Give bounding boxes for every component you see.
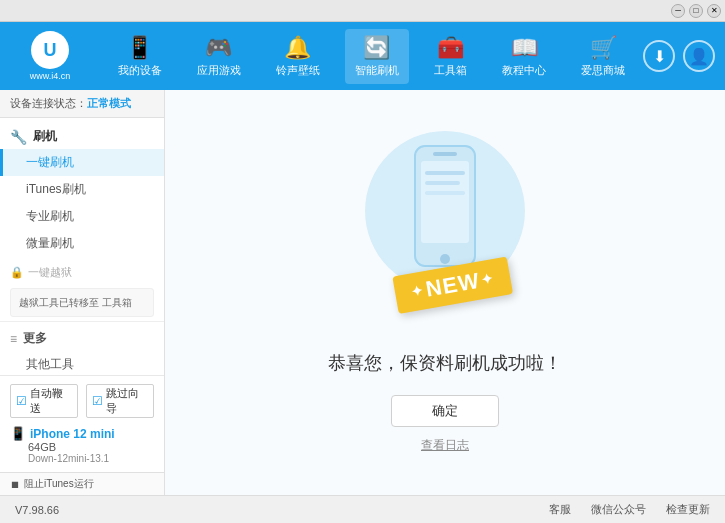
nav-label-ringtones: 铃声壁纸 bbox=[276, 63, 320, 78]
sidebar: 设备连接状态： 正常模式 🔧 刷机 一键刷机 iTunes刷机 专业刷机 微量刷… bbox=[0, 90, 165, 495]
nav-label-toolbox: 工具箱 bbox=[434, 63, 467, 78]
skip-wizard-label: 跳过向导 bbox=[106, 386, 148, 416]
nav-items: 📱 我的设备 🎮 应用游戏 🔔 铃声壁纸 🔄 智能刷机 🧰 工具箱 📖 bbox=[100, 29, 643, 84]
illustration: ✦ NEW ✦ bbox=[355, 131, 535, 331]
nav-label-app-games: 应用游戏 bbox=[197, 63, 241, 78]
status-value: 正常模式 bbox=[87, 96, 131, 111]
download-btn[interactable]: ⬇ bbox=[643, 40, 675, 72]
nav-label-smart-flash: 智能刷机 bbox=[355, 63, 399, 78]
flash-section-label: 刷机 bbox=[33, 128, 57, 145]
nav-icon-my-device: 📱 bbox=[126, 35, 153, 61]
more-section-label: 更多 bbox=[23, 330, 47, 347]
device-capacity: 64GB bbox=[10, 441, 154, 453]
logo-text: www.i4.cn bbox=[30, 71, 71, 81]
nav-item-smart-flash[interactable]: 🔄 智能刷机 bbox=[345, 29, 409, 84]
nav-icon-ringtones: 🔔 bbox=[284, 35, 311, 61]
device-name-text: iPhone 12 mini bbox=[30, 427, 115, 441]
minimize-btn[interactable]: ─ bbox=[671, 4, 685, 18]
device-name: 📱 iPhone 12 mini bbox=[10, 426, 154, 441]
logo-area: U www.i4.cn bbox=[10, 31, 90, 81]
nav-item-tutorial[interactable]: 📖 教程中心 bbox=[492, 29, 556, 84]
again-link[interactable]: 查看日志 bbox=[421, 437, 469, 454]
checkboxes-row: ☑ 自动鞭送 ☑ 跳过向导 bbox=[10, 384, 154, 418]
svg-rect-3 bbox=[433, 152, 457, 156]
nav-label-tutorial: 教程中心 bbox=[502, 63, 546, 78]
sidebar-item-one-key-flash[interactable]: 一键刷机 bbox=[0, 149, 164, 176]
footer-version: V7.98.66 bbox=[15, 504, 59, 516]
nav-item-app-games[interactable]: 🎮 应用游戏 bbox=[187, 29, 251, 84]
sparkle-left-icon: ✦ bbox=[410, 282, 426, 300]
phone-svg bbox=[405, 141, 485, 281]
footer: V7.98.66 客服 微信公众号 检查更新 bbox=[0, 495, 725, 523]
nav-item-toolbox[interactable]: 🧰 工具箱 bbox=[424, 29, 477, 84]
more-section-header: ≡ 更多 bbox=[0, 326, 164, 351]
title-bar: ─ □ ✕ bbox=[0, 0, 725, 22]
nav-item-ringtones[interactable]: 🔔 铃声壁纸 bbox=[266, 29, 330, 84]
jailbreak-label: 一键越狱 bbox=[28, 265, 72, 280]
sidebar-item-itunes-flash[interactable]: iTunes刷机 bbox=[0, 176, 164, 203]
svg-rect-6 bbox=[425, 191, 465, 195]
logo-icon: U bbox=[31, 31, 69, 69]
auto-send-checkbox[interactable]: ☑ 自动鞭送 bbox=[10, 384, 78, 418]
sidebar-nav: 🔧 刷机 一键刷机 iTunes刷机 专业刷机 微量刷机 🔒 一键越狱 越狱工具… bbox=[0, 118, 164, 375]
status-label: 设备连接状态： bbox=[10, 96, 87, 111]
jailbreak-notice-text: 越狱工具已转移至 工具箱 bbox=[19, 297, 132, 308]
more-icon: ≡ bbox=[10, 332, 17, 346]
footer-link-support[interactable]: 客服 bbox=[549, 502, 571, 517]
sidebar-item-pro-flash[interactable]: 专业刷机 bbox=[0, 203, 164, 230]
sidebar-bottom: ☑ 自动鞭送 ☑ 跳过向导 📱 iPhone 12 mini 64GB Down… bbox=[0, 375, 164, 472]
lock-icon: 🔒 bbox=[10, 266, 24, 279]
maximize-btn[interactable]: □ bbox=[689, 4, 703, 18]
stop-itunes-label: 阻止iTunes运行 bbox=[24, 477, 94, 491]
sidebar-divider bbox=[0, 321, 164, 322]
skip-wizard-check-icon: ☑ bbox=[92, 394, 103, 408]
content-area: 设备连接状态： 正常模式 🔧 刷机 一键刷机 iTunes刷机 专业刷机 微量刷… bbox=[0, 90, 725, 495]
footer-link-update[interactable]: 检查更新 bbox=[666, 502, 710, 517]
nav-icon-smart-flash: 🔄 bbox=[363, 35, 390, 61]
sidebar-item-other-tools[interactable]: 其他工具 bbox=[0, 351, 164, 375]
nav-icon-tutorial: 📖 bbox=[511, 35, 538, 61]
svg-rect-4 bbox=[425, 171, 465, 175]
svg-point-2 bbox=[440, 254, 450, 264]
grayed-jailbreak: 🔒 一键越狱 bbox=[0, 261, 164, 284]
nav-label-my-device: 我的设备 bbox=[118, 63, 162, 78]
main-content: ✦ NEW ✦ 恭喜您，保资料刷机成功啦！ 确定 查看日志 bbox=[165, 90, 725, 495]
stop-itunes-icon: ⏹ bbox=[10, 479, 20, 490]
nav-label-shop: 爱思商城 bbox=[581, 63, 625, 78]
auto-send-check-icon: ☑ bbox=[16, 394, 27, 408]
sidebar-item-save-data-flash[interactable]: 微量刷机 bbox=[0, 230, 164, 257]
device-model: Down-12mini-13.1 bbox=[10, 453, 154, 464]
flash-section-icon: 🔧 bbox=[10, 129, 27, 145]
phone-icon: 📱 bbox=[10, 426, 26, 441]
skip-wizard-checkbox[interactable]: ☑ 跳过向导 bbox=[86, 384, 154, 418]
sidebar-section-flash: 🔧 刷机 一键刷机 iTunes刷机 专业刷机 微量刷机 bbox=[0, 124, 164, 257]
nav-icon-app-games: 🎮 bbox=[205, 35, 232, 61]
confirm-button[interactable]: 确定 bbox=[391, 395, 499, 427]
sparkle-right-icon: ✦ bbox=[480, 270, 496, 288]
stop-itunes[interactable]: ⏹ 阻止iTunes运行 bbox=[0, 472, 164, 495]
user-btn[interactable]: 👤 bbox=[683, 40, 715, 72]
success-text: 恭喜您，保资料刷机成功啦！ bbox=[328, 351, 562, 375]
header-right: ⬇ 👤 bbox=[643, 40, 715, 72]
svg-rect-5 bbox=[425, 181, 460, 185]
footer-link-wechat[interactable]: 微信公众号 bbox=[591, 502, 646, 517]
sidebar-more-section: ≡ 更多 其他工具 下载固件 高级功能 bbox=[0, 326, 164, 375]
jailbreak-notice: 越狱工具已转移至 工具箱 bbox=[10, 288, 154, 317]
device-info: 📱 iPhone 12 mini 64GB Down-12mini-13.1 bbox=[10, 426, 154, 464]
nav-icon-shop: 🛒 bbox=[590, 35, 617, 61]
auto-send-label: 自动鞭送 bbox=[30, 386, 72, 416]
header: U www.i4.cn 📱 我的设备 🎮 应用游戏 🔔 铃声壁纸 🔄 智能刷机 … bbox=[0, 22, 725, 90]
app-window: U www.i4.cn 📱 我的设备 🎮 应用游戏 🔔 铃声壁纸 🔄 智能刷机 … bbox=[0, 22, 725, 523]
sidebar-section-flash-header: 🔧 刷机 bbox=[0, 124, 164, 149]
status-bar: 设备连接状态： 正常模式 bbox=[0, 90, 164, 118]
nav-icon-toolbox: 🧰 bbox=[437, 35, 464, 61]
close-btn[interactable]: ✕ bbox=[707, 4, 721, 18]
new-badge-text: NEW bbox=[424, 268, 482, 303]
nav-item-shop[interactable]: 🛒 爱思商城 bbox=[571, 29, 635, 84]
nav-item-my-device[interactable]: 📱 我的设备 bbox=[108, 29, 172, 84]
